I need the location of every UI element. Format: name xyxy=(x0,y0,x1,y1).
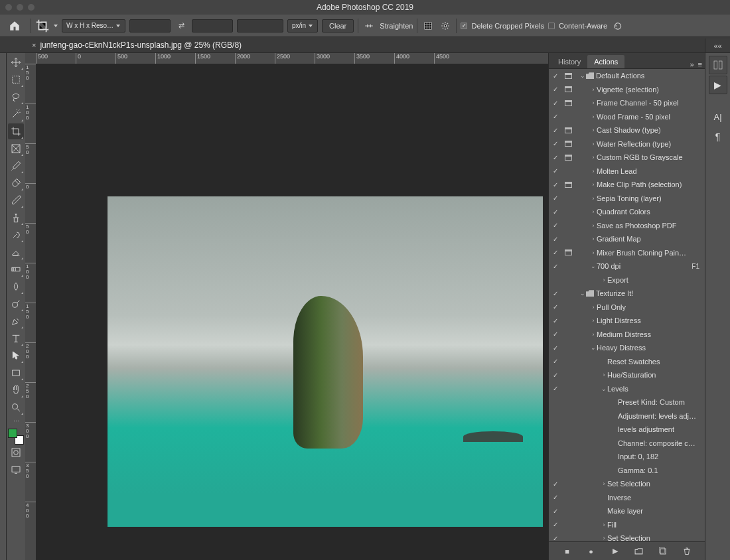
tool-rectangle[interactable] xyxy=(8,365,24,381)
action-row[interactable]: ✓› Fill xyxy=(549,518,705,532)
tool-marquee[interactable] xyxy=(8,72,24,88)
tool-move[interactable] xyxy=(8,54,24,70)
tool-history-brush[interactable] xyxy=(8,227,24,243)
tool-preset-dropdown[interactable] xyxy=(54,25,58,27)
tool-zoom[interactable] xyxy=(8,399,24,415)
action-row[interactable]: ✓› Cast Shadow (type) xyxy=(549,123,705,137)
minimize-window[interactable] xyxy=(17,4,23,11)
crop-width-input[interactable] xyxy=(129,19,171,33)
action-row[interactable]: › Export xyxy=(549,273,705,287)
vertical-ruler[interactable]: 15010050050100150200250300350400 xyxy=(25,64,36,560)
action-row[interactable]: ✓› Frame Channel - 50 pixel xyxy=(549,96,705,110)
action-row[interactable]: ✓› Custom RGB to Grayscale xyxy=(549,151,705,165)
close-window[interactable] xyxy=(5,4,12,11)
action-row[interactable]: ✓⌄ Texturize It! xyxy=(549,287,705,301)
action-row[interactable]: Adjustment: levels adj… xyxy=(549,409,705,423)
stop-button[interactable]: ■ xyxy=(563,547,572,556)
right-dock-collapse-icon[interactable]: «« xyxy=(705,38,730,53)
dock-button-play[interactable]: ▶ xyxy=(709,76,727,94)
action-row[interactable]: Gamma: 0.1 xyxy=(549,464,705,478)
straighten-icon[interactable] xyxy=(362,19,376,33)
action-row[interactable]: ✓ Inverse xyxy=(549,491,705,505)
action-row[interactable]: Preset Kind: Custom xyxy=(549,395,705,409)
home-button[interactable] xyxy=(3,17,27,35)
action-row[interactable]: ✓› Sepia Toning (layer) xyxy=(549,192,705,206)
overlay-grid-button[interactable] xyxy=(421,19,435,33)
content-aware-checkbox[interactable] xyxy=(548,23,555,29)
action-row[interactable]: ✓ Make layer xyxy=(549,504,705,518)
new-action-button[interactable] xyxy=(658,547,668,556)
unit-dropdown[interactable]: px/in xyxy=(287,19,318,33)
action-row[interactable]: ✓› Make Clip Path (selection) xyxy=(549,178,705,192)
dock-button-paragraph[interactable]: ¶ xyxy=(709,127,727,146)
tool-brush[interactable] xyxy=(8,192,24,208)
tool-blur[interactable] xyxy=(8,279,24,295)
clear-button[interactable]: Clear xyxy=(322,19,354,33)
actions-tab[interactable]: Actions xyxy=(587,55,624,68)
document-image[interactable] xyxy=(108,196,543,527)
screen-mode-button[interactable] xyxy=(8,462,24,478)
action-row[interactable]: ✓› Set Selection xyxy=(549,477,705,491)
action-row[interactable]: ✓⌄ 700 dpiF1 xyxy=(549,259,705,273)
close-document-icon[interactable]: × xyxy=(32,41,36,49)
tool-pen[interactable] xyxy=(8,313,24,329)
panel-collapse-icon[interactable]: » xyxy=(690,60,694,68)
action-row[interactable]: ✓› Molten Lead xyxy=(549,165,705,178)
action-row[interactable]: ✓› Save as Photoshop PDF xyxy=(549,219,705,233)
tool-lasso[interactable] xyxy=(8,89,24,105)
tool-path-select[interactable] xyxy=(8,348,24,364)
color-swatches[interactable] xyxy=(8,429,24,445)
straighten-button[interactable]: Straighten xyxy=(380,22,413,30)
left-collapsed-dock[interactable] xyxy=(0,53,7,560)
crop-tool-icon[interactable] xyxy=(35,19,50,33)
quick-mask-button[interactable] xyxy=(8,445,24,460)
swap-dimensions-button[interactable]: ⇄ xyxy=(175,21,188,30)
crop-height-input[interactable] xyxy=(192,19,233,33)
aspect-ratio-dropdown[interactable]: W x H x Reso… xyxy=(62,19,125,33)
horizontal-ruler[interactable]: 500050010001500200025003000350040004500 xyxy=(36,53,548,64)
history-tab[interactable]: History xyxy=(551,55,587,68)
tool-gradient[interactable] xyxy=(8,261,24,277)
action-row[interactable]: ✓› Gradient Map xyxy=(549,232,705,246)
play-button[interactable]: ▶ xyxy=(611,547,620,556)
tool-hand[interactable] xyxy=(8,382,24,398)
reset-crop-button[interactable] xyxy=(611,19,624,33)
action-row[interactable]: ✓› Wood Frame - 50 pixel xyxy=(549,110,705,124)
delete-button[interactable] xyxy=(682,547,692,556)
tool-frame[interactable] xyxy=(8,141,24,157)
tool-type[interactable] xyxy=(8,330,24,346)
action-row[interactable]: Input: 0, 182 xyxy=(549,450,705,464)
delete-cropped-checkbox[interactable] xyxy=(461,23,467,29)
tool-magic-wand[interactable] xyxy=(8,106,24,122)
canvas-viewport[interactable] xyxy=(36,64,548,560)
action-row[interactable]: ✓ Reset Swatches xyxy=(549,355,705,369)
tool-clone[interactable] xyxy=(8,210,24,226)
action-row[interactable]: ✓› Set Selection xyxy=(549,531,705,541)
dock-button-1[interactable] xyxy=(709,56,727,74)
panel-menu-icon[interactable]: ≡ xyxy=(698,60,702,68)
actions-list[interactable]: ✓⌄ Default Actions✓› Vignette (selection… xyxy=(549,69,705,541)
action-row[interactable]: ✓› Vignette (selection) xyxy=(549,83,705,97)
new-set-button[interactable] xyxy=(634,547,644,556)
action-row[interactable]: ✓⌄ Heavy Distress xyxy=(549,341,705,355)
action-row[interactable]: ✓⌄ Default Actions xyxy=(549,69,705,83)
action-row[interactable]: ✓› Light Distress xyxy=(549,314,705,328)
tool-dodge[interactable] xyxy=(8,296,24,312)
zoom-window[interactable] xyxy=(28,4,35,11)
crop-options-gear-button[interactable] xyxy=(439,19,452,33)
dock-button-character[interactable]: A| xyxy=(709,107,727,126)
tool-crop[interactable] xyxy=(8,123,24,139)
action-row[interactable]: ✓› Quadrant Colors xyxy=(549,205,705,219)
record-button[interactable]: ● xyxy=(587,547,596,556)
action-row[interactable]: Channel: composite c… xyxy=(549,437,705,451)
action-row[interactable]: ✓› Pull Only xyxy=(549,301,705,315)
tool-eyedropper[interactable] xyxy=(8,158,24,174)
action-row[interactable]: ✓› Water Reflection (type) xyxy=(549,137,705,151)
tool-eraser[interactable] xyxy=(8,244,24,260)
ruler-origin[interactable] xyxy=(25,53,36,64)
action-row[interactable]: ✓› Hue/Saturation xyxy=(549,368,705,382)
action-row[interactable]: ✓› Mixer Brush Cloning Pain… xyxy=(549,246,705,260)
crop-resolution-input[interactable] xyxy=(237,19,283,33)
action-row[interactable]: ✓⌄ Levels xyxy=(549,382,705,396)
action-row[interactable]: ✓› Medium Distress xyxy=(549,328,705,342)
